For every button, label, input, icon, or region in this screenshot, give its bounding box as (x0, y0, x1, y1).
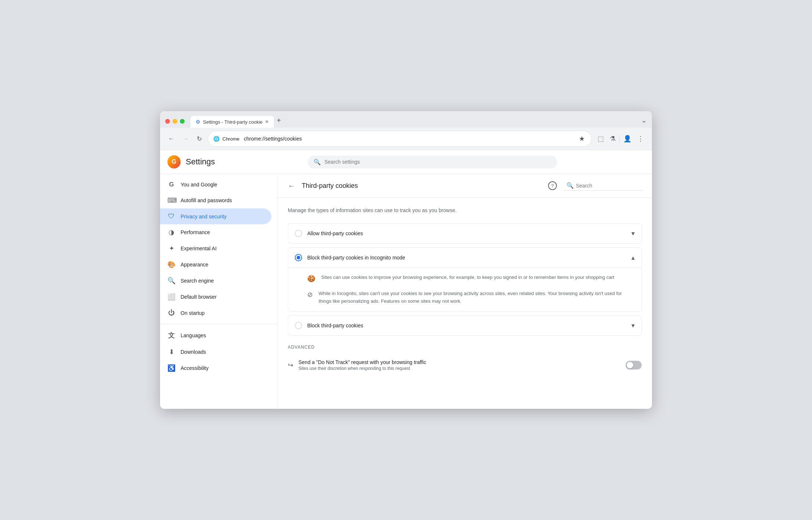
tab-favicon: ⚙ (196, 119, 200, 125)
settings-search-icon: 🔍 (313, 159, 321, 166)
toggle-knob (627, 362, 633, 368)
dnt-icon: ↪ (288, 361, 293, 369)
sidebar-label-performance: Performance (181, 229, 210, 235)
option-expanded-block-incognito: 🍪 Sites can use cookies to improve your … (288, 268, 641, 311)
new-tab-button[interactable]: + (274, 115, 284, 126)
sidebar-label-experimental-ai: Experimental AI (181, 246, 217, 251)
title-bar: ⚙ Settings - Third-party cookie × + ⌄ (160, 111, 652, 128)
sidebar: G You and Google ⌨ Autofill and password… (160, 174, 278, 409)
address-bar: ← → ↻ 🌐 Chrome chrome://settings/cookies… (160, 128, 652, 150)
page-search-input[interactable] (576, 183, 640, 189)
autofill-icon: ⌨ (167, 196, 175, 204)
labs-button[interactable]: ⚗ (608, 132, 618, 145)
settings-search-bar[interactable]: 🔍 (308, 156, 557, 168)
sidebar-item-accessibility[interactable]: ♿ Accessibility (160, 360, 271, 376)
option-card-allow: Allow third-party cookies ▾ (288, 223, 642, 244)
close-traffic-light[interactable] (165, 119, 170, 124)
privacy-icon: 🛡 (167, 212, 175, 220)
url-bar[interactable]: 🌐 Chrome chrome://settings/cookies ★ (208, 131, 592, 147)
sidebar-label-default-browser: Default browser (181, 294, 217, 300)
description-text: Manage the types of information sites ca… (288, 207, 642, 214)
reload-button[interactable]: ↻ (195, 134, 204, 144)
block-icon: ⊘ (307, 291, 313, 299)
chevron-block[interactable]: ▾ (631, 321, 635, 330)
radio-allow[interactable] (295, 230, 302, 237)
page-search-bar: 🔍 (563, 181, 643, 191)
expanded-item-2: ⊘ While in Incognito, sites can't use yo… (307, 290, 635, 305)
option-card-block-incognito: Block third-party cookies in Incognito m… (288, 247, 642, 312)
sidebar-label-accessibility: Accessibility (181, 365, 209, 371)
forward-button[interactable]: → (180, 134, 191, 144)
expanded-text-1: Sites can use cookies to improve your br… (321, 274, 614, 281)
sidebar-label-you-and-google: You and Google (181, 182, 217, 188)
maximize-traffic-light[interactable] (180, 119, 185, 124)
expanded-item-1: 🍪 Sites can use cookies to improve your … (307, 274, 635, 283)
languages-icon: 文 (167, 331, 175, 340)
on-startup-icon: ⏻ (167, 309, 175, 317)
sidebar-item-appearance[interactable]: 🎨 Appearance (160, 257, 271, 273)
toggle-sub-text: Sites use their discretion when respondi… (298, 366, 620, 371)
settings-header: G Settings 🔍 (160, 150, 652, 174)
toggle-main-text: Send a "Do Not Track" request with your … (298, 359, 620, 365)
advanced-section: Advanced ↪ Send a "Do Not Track" request… (288, 345, 642, 376)
tab-close-button[interactable]: × (265, 119, 268, 125)
menu-button[interactable]: ⋮ (635, 132, 646, 145)
url-text: chrome://settings/cookies (244, 136, 574, 142)
sidebar-label-languages: Languages (181, 332, 206, 338)
downloads-icon: ⬇ (167, 348, 175, 356)
sidebar-item-autofill[interactable]: ⌨ Autofill and passwords (160, 192, 271, 208)
tab-title: Settings - Third-party cookie (203, 119, 262, 125)
content-scroll: Manage the types of information sites ca… (278, 198, 652, 409)
sidebar-label-privacy: Privacy and security (181, 214, 226, 219)
extensions-button[interactable]: ⬚ (595, 132, 606, 145)
chevron-block-incognito[interactable]: ▴ (631, 254, 635, 262)
sidebar-item-on-startup[interactable]: ⏻ On startup (160, 305, 271, 321)
header-divider (619, 135, 620, 142)
back-button[interactable]: ← (166, 134, 177, 144)
url-actions: ★ (577, 133, 586, 144)
accessibility-icon: ♿ (167, 364, 175, 372)
option-row-block-incognito[interactable]: Block third-party cookies in Incognito m… (288, 248, 641, 268)
option-label-block-incognito: Block third-party cookies in Incognito m… (307, 255, 626, 261)
sidebar-item-you-and-google[interactable]: G You and Google (160, 177, 271, 192)
experimental-ai-icon: ✦ (167, 244, 175, 252)
minimize-traffic-light[interactable] (173, 119, 177, 124)
expanded-text-2: While in Incognito, sites can't use your… (319, 290, 635, 305)
profile-button[interactable]: 👤 (621, 132, 634, 145)
active-tab[interactable]: ⚙ Settings - Third-party cookie × (191, 116, 274, 128)
toggle-row-dnt: ↪ Send a "Do Not Track" request with you… (288, 354, 642, 376)
sidebar-item-search-engine[interactable]: 🔍 Search engine (160, 273, 271, 289)
help-button[interactable]: ? (547, 180, 558, 192)
bookmark-button[interactable]: ★ (577, 133, 586, 144)
dnt-toggle-switch[interactable] (626, 361, 642, 370)
cookie-icon: 🍪 (307, 274, 315, 283)
page-header: ← Third-party cookies ? 🔍 (278, 174, 652, 198)
default-browser-icon: ⬜ (167, 293, 175, 301)
option-row-allow[interactable]: Allow third-party cookies ▾ (288, 223, 641, 243)
sidebar-item-languages[interactable]: 文 Languages (160, 327, 271, 344)
page-search-icon: 🔍 (566, 182, 574, 189)
sidebar-item-downloads[interactable]: ⬇ Downloads (160, 344, 271, 360)
appearance-icon: 🎨 (167, 261, 175, 269)
option-label-block: Block third-party cookies (307, 323, 626, 328)
option-row-block[interactable]: Block third-party cookies ▾ (288, 316, 641, 335)
option-card-block: Block third-party cookies ▾ (288, 315, 642, 336)
sidebar-item-default-browser[interactable]: ⬜ Default browser (160, 289, 271, 305)
sidebar-label-downloads: Downloads (181, 349, 206, 355)
page-back-button[interactable]: ← (286, 180, 297, 192)
help-icon: ? (548, 181, 557, 190)
window-dropdown[interactable]: ⌄ (641, 116, 647, 127)
sidebar-item-privacy-security[interactable]: 🛡 Privacy and security (160, 208, 271, 224)
search-engine-icon: 🔍 (167, 277, 175, 285)
traffic-lights (165, 119, 185, 124)
settings-logo: G (167, 155, 181, 168)
radio-block-incognito[interactable] (295, 254, 302, 261)
chevron-allow[interactable]: ▾ (631, 229, 635, 237)
advanced-label: Advanced (288, 345, 642, 350)
sidebar-item-experimental-ai[interactable]: ✦ Experimental AI (160, 240, 271, 257)
settings-search-input[interactable] (325, 159, 551, 165)
radio-block[interactable] (295, 322, 302, 329)
sidebar-item-performance[interactable]: ◑ Performance (160, 224, 271, 240)
sidebar-label-autofill: Autofill and passwords (181, 197, 232, 203)
browser-window: ⚙ Settings - Third-party cookie × + ⌄ ← … (160, 111, 652, 409)
